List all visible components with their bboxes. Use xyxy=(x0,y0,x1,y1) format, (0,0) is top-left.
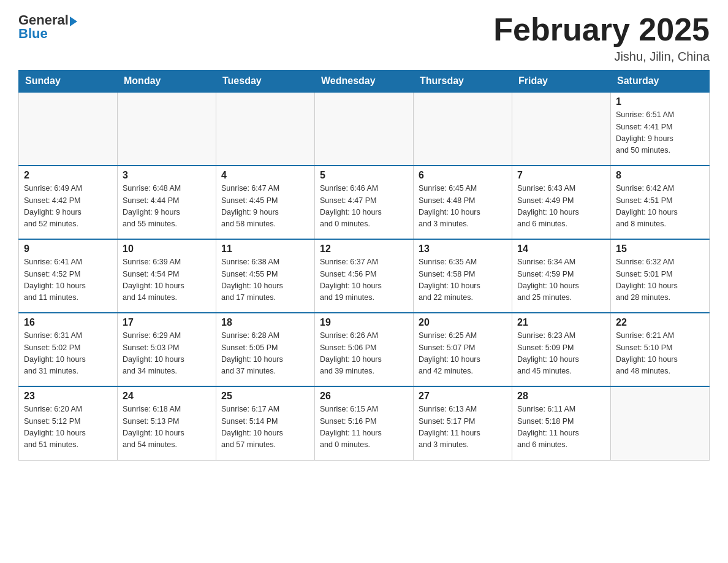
calendar-cell xyxy=(216,92,315,166)
day-info: Sunrise: 6:49 AM Sunset: 4:42 PM Dayligh… xyxy=(24,183,112,231)
day-info: Sunrise: 6:29 AM Sunset: 5:03 PM Dayligh… xyxy=(123,330,211,378)
day-number: 10 xyxy=(123,243,211,255)
day-info: Sunrise: 6:18 AM Sunset: 5:13 PM Dayligh… xyxy=(123,404,211,451)
calendar-cell: 16Sunrise: 6:31 AM Sunset: 5:02 PM Dayli… xyxy=(19,313,118,386)
calendar-cell: 6Sunrise: 6:45 AM Sunset: 4:48 PM Daylig… xyxy=(414,166,512,239)
day-number: 6 xyxy=(419,170,507,181)
day-number: 15 xyxy=(616,243,704,255)
day-info: Sunrise: 6:31 AM Sunset: 5:02 PM Dayligh… xyxy=(24,330,112,378)
calendar-header-row: SundayMondayTuesdayWednesdayThursdayFrid… xyxy=(19,71,710,93)
calendar-cell: 13Sunrise: 6:35 AM Sunset: 4:58 PM Dayli… xyxy=(414,239,512,313)
calendar-title: February 2025 xyxy=(493,12,710,47)
calendar-cell: 20Sunrise: 6:25 AM Sunset: 5:07 PM Dayli… xyxy=(414,313,512,386)
week-row-1: 1Sunrise: 6:51 AM Sunset: 4:41 PM Daylig… xyxy=(19,92,710,166)
day-info: Sunrise: 6:38 AM Sunset: 4:55 PM Dayligh… xyxy=(221,256,309,304)
title-section: February 2025 Jishu, Jilin, China xyxy=(493,12,710,64)
day-info: Sunrise: 6:37 AM Sunset: 4:56 PM Dayligh… xyxy=(320,256,408,304)
day-number: 2 xyxy=(24,170,112,181)
day-info: Sunrise: 6:25 AM Sunset: 5:07 PM Dayligh… xyxy=(419,330,507,378)
calendar-cell: 18Sunrise: 6:28 AM Sunset: 5:05 PM Dayli… xyxy=(216,313,315,386)
calendar-cell: 28Sunrise: 6:11 AM Sunset: 5:18 PM Dayli… xyxy=(512,386,611,460)
day-number: 16 xyxy=(24,317,112,328)
day-info: Sunrise: 6:26 AM Sunset: 5:06 PM Dayligh… xyxy=(320,330,408,378)
calendar-cell: 1Sunrise: 6:51 AM Sunset: 4:41 PM Daylig… xyxy=(611,92,710,166)
week-row-2: 2Sunrise: 6:49 AM Sunset: 4:42 PM Daylig… xyxy=(19,166,710,239)
calendar-cell: 22Sunrise: 6:21 AM Sunset: 5:10 PM Dayli… xyxy=(611,313,710,386)
day-info: Sunrise: 6:35 AM Sunset: 4:58 PM Dayligh… xyxy=(419,256,507,304)
column-header-friday: Friday xyxy=(512,71,611,93)
day-info: Sunrise: 6:28 AM Sunset: 5:05 PM Dayligh… xyxy=(221,330,309,378)
day-number: 7 xyxy=(517,170,605,181)
day-info: Sunrise: 6:20 AM Sunset: 5:12 PM Dayligh… xyxy=(24,404,112,451)
calendar-cell xyxy=(315,92,414,166)
column-header-tuesday: Tuesday xyxy=(216,71,315,93)
calendar-cell xyxy=(19,92,118,166)
calendar-cell: 9Sunrise: 6:41 AM Sunset: 4:52 PM Daylig… xyxy=(19,239,118,313)
day-number: 26 xyxy=(320,391,408,402)
calendar-cell: 3Sunrise: 6:48 AM Sunset: 4:44 PM Daylig… xyxy=(118,166,216,239)
logo-blue-text: Blue xyxy=(18,26,77,42)
calendar-cell: 15Sunrise: 6:32 AM Sunset: 5:01 PM Dayli… xyxy=(611,239,710,313)
day-number: 14 xyxy=(517,243,605,255)
calendar-cell: 7Sunrise: 6:43 AM Sunset: 4:49 PM Daylig… xyxy=(512,166,611,239)
calendar-cell: 21Sunrise: 6:23 AM Sunset: 5:09 PM Dayli… xyxy=(512,313,611,386)
calendar-cell: 8Sunrise: 6:42 AM Sunset: 4:51 PM Daylig… xyxy=(611,166,710,239)
day-number: 19 xyxy=(320,317,408,328)
day-info: Sunrise: 6:15 AM Sunset: 5:16 PM Dayligh… xyxy=(320,404,408,451)
week-row-4: 16Sunrise: 6:31 AM Sunset: 5:02 PM Dayli… xyxy=(19,313,710,386)
day-info: Sunrise: 6:13 AM Sunset: 5:17 PM Dayligh… xyxy=(419,404,507,451)
column-header-saturday: Saturday xyxy=(611,71,710,93)
day-number: 28 xyxy=(517,391,605,402)
calendar-cell: 2Sunrise: 6:49 AM Sunset: 4:42 PM Daylig… xyxy=(19,166,118,239)
day-info: Sunrise: 6:17 AM Sunset: 5:14 PM Dayligh… xyxy=(221,404,309,451)
calendar-cell: 10Sunrise: 6:39 AM Sunset: 4:54 PM Dayli… xyxy=(118,239,216,313)
week-row-5: 23Sunrise: 6:20 AM Sunset: 5:12 PM Dayli… xyxy=(19,386,710,460)
calendar-cell: 11Sunrise: 6:38 AM Sunset: 4:55 PM Dayli… xyxy=(216,239,315,313)
calendar-cell: 23Sunrise: 6:20 AM Sunset: 5:12 PM Dayli… xyxy=(19,386,118,460)
calendar-cell: 25Sunrise: 6:17 AM Sunset: 5:14 PM Dayli… xyxy=(216,386,315,460)
calendar-cell: 14Sunrise: 6:34 AM Sunset: 4:59 PM Dayli… xyxy=(512,239,611,313)
day-info: Sunrise: 6:48 AM Sunset: 4:44 PM Dayligh… xyxy=(123,183,211,231)
day-number: 13 xyxy=(419,243,507,255)
calendar-cell: 4Sunrise: 6:47 AM Sunset: 4:45 PM Daylig… xyxy=(216,166,315,239)
calendar-cell: 17Sunrise: 6:29 AM Sunset: 5:03 PM Dayli… xyxy=(118,313,216,386)
day-number: 9 xyxy=(24,243,112,255)
day-number: 23 xyxy=(24,391,112,402)
day-number: 20 xyxy=(419,317,507,328)
day-number: 27 xyxy=(419,391,507,402)
day-number: 25 xyxy=(221,391,309,402)
day-info: Sunrise: 6:46 AM Sunset: 4:47 PM Dayligh… xyxy=(320,183,408,231)
calendar-subtitle: Jishu, Jilin, China xyxy=(493,50,710,64)
calendar-cell: 26Sunrise: 6:15 AM Sunset: 5:16 PM Dayli… xyxy=(315,386,414,460)
calendar-cell: 5Sunrise: 6:46 AM Sunset: 4:47 PM Daylig… xyxy=(315,166,414,239)
day-info: Sunrise: 6:34 AM Sunset: 4:59 PM Dayligh… xyxy=(517,256,605,304)
day-number: 5 xyxy=(320,170,408,181)
day-number: 24 xyxy=(123,391,211,402)
day-info: Sunrise: 6:21 AM Sunset: 5:10 PM Dayligh… xyxy=(616,330,704,378)
day-number: 1 xyxy=(616,96,704,107)
day-number: 21 xyxy=(517,317,605,328)
calendar-cell xyxy=(512,92,611,166)
logo: General Blue xyxy=(18,12,77,42)
calendar-cell xyxy=(611,386,710,460)
calendar-cell: 27Sunrise: 6:13 AM Sunset: 5:17 PM Dayli… xyxy=(414,386,512,460)
day-info: Sunrise: 6:23 AM Sunset: 5:09 PM Dayligh… xyxy=(517,330,605,378)
day-number: 4 xyxy=(221,170,309,181)
day-number: 3 xyxy=(123,170,211,181)
page-header: General Blue February 2025 Jishu, Jilin,… xyxy=(18,12,710,64)
column-header-sunday: Sunday xyxy=(19,71,118,93)
day-number: 11 xyxy=(221,243,309,255)
day-info: Sunrise: 6:47 AM Sunset: 4:45 PM Dayligh… xyxy=(221,183,309,231)
day-info: Sunrise: 6:43 AM Sunset: 4:49 PM Dayligh… xyxy=(517,183,605,231)
day-number: 8 xyxy=(616,170,704,181)
calendar-cell xyxy=(414,92,512,166)
day-number: 17 xyxy=(123,317,211,328)
day-info: Sunrise: 6:51 AM Sunset: 4:41 PM Dayligh… xyxy=(616,109,704,157)
day-info: Sunrise: 6:32 AM Sunset: 5:01 PM Dayligh… xyxy=(616,256,704,304)
calendar-cell: 19Sunrise: 6:26 AM Sunset: 5:06 PM Dayli… xyxy=(315,313,414,386)
logo-arrow-icon xyxy=(70,17,77,26)
calendar-cell: 12Sunrise: 6:37 AM Sunset: 4:56 PM Dayli… xyxy=(315,239,414,313)
calendar-table: SundayMondayTuesdayWednesdayThursdayFrid… xyxy=(18,70,710,461)
column-header-wednesday: Wednesday xyxy=(315,71,414,93)
calendar-cell: 24Sunrise: 6:18 AM Sunset: 5:13 PM Dayli… xyxy=(118,386,216,460)
